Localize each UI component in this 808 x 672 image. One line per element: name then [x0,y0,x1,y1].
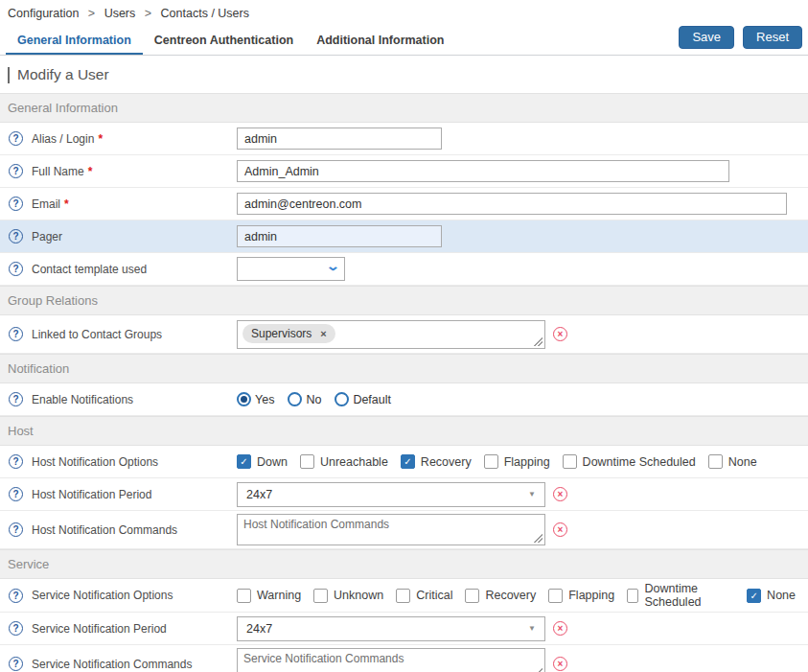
reset-button[interactable]: Reset [743,26,802,49]
help-icon[interactable]: ? [9,454,23,469]
checkbox-warning[interactable]: Warning [237,589,301,603]
radio-label: No [306,393,321,406]
checkbox-unchecked-box[interactable] [313,589,328,603]
service-period-select[interactable]: 24x7 ▼ [237,616,545,641]
row-full-name: ? Full Name * [0,155,808,188]
host-commands-textarea[interactable]: Host Notification Commands [237,514,545,545]
contact-groups-tag-input[interactable]: Supervisors× [237,320,545,349]
checkbox-flapping[interactable]: Flapping [548,589,614,603]
checkbox-unchecked-box[interactable] [708,454,723,469]
breadcrumb-item-users[interactable]: Users [104,7,136,20]
help-icon[interactable]: ? [9,621,23,636]
checkbox-unchecked-box[interactable] [237,589,251,603]
email-label: Email [32,197,60,211]
checkbox-label: Critical [416,589,452,602]
clear-host-commands-icon[interactable]: × [553,522,567,537]
breadcrumb: Configuration > Users > Contacts / Users [0,0,808,26]
resize-handle[interactable] [534,337,543,346]
alias-login-input[interactable] [237,127,442,150]
email-input[interactable] [237,193,787,215]
row-host-notification-period: ? Host Notification Period 24x7 ▼ × [0,478,808,511]
page-title-text: Modify a User [17,66,109,83]
radio-unselected-icon[interactable] [288,392,302,406]
help-icon[interactable]: ? [9,392,23,406]
radio-default[interactable]: Default [335,392,391,406]
breadcrumb-separator: > [88,7,95,20]
checkbox-checked-icon[interactable]: ✓ [237,454,251,469]
checkbox-unchecked-box[interactable] [484,454,498,469]
breadcrumb-item-contacts-users[interactable]: Contacts / Users [161,7,249,20]
checkbox-unchecked-box[interactable] [465,589,479,603]
tab-additional-information[interactable]: Additional Information [305,27,455,55]
section-service: Service [0,549,808,579]
tab-bar: General Information Centreon Authenticat… [0,26,808,56]
contact-template-label: Contact template used [32,263,147,276]
host-period-select[interactable]: 24x7 ▼ [237,482,545,507]
checkbox-unchecked-box[interactable] [300,454,314,469]
checkbox-label: Down [257,455,288,469]
checkbox-label: None [767,589,796,602]
radio-unselected-icon[interactable] [335,392,349,406]
checkbox-none[interactable]: None [708,454,757,469]
checkbox-recovery[interactable]: Recovery [465,589,536,603]
checkbox-critical[interactable]: Critical [396,589,452,603]
clear-service-period-icon[interactable]: × [553,621,567,636]
help-icon[interactable]: ? [9,229,23,243]
checkbox-none[interactable]: ✓None [747,589,796,603]
pager-input[interactable] [237,225,442,247]
checkbox-downtime-scheduled[interactable]: Downtime Scheduled [563,454,696,469]
row-alias-login: ? Alias / Login * [0,123,808,155]
help-icon[interactable]: ? [9,164,23,178]
help-icon[interactable]: ? [9,487,23,501]
row-linked-contact-groups: ? Linked to Contact Groups Supervisors× … [0,315,808,354]
checkbox-checked-icon[interactable]: ✓ [747,589,761,603]
section-general-information: General Information [0,93,808,123]
checkbox-unreachable[interactable]: Unreachable [300,454,388,469]
tab-general-information[interactable]: General Information [6,27,143,55]
checkbox-unknown[interactable]: Unknown [313,589,383,603]
help-icon[interactable]: ? [9,589,23,603]
checkbox-unchecked-box[interactable] [548,589,563,603]
radio-label: Yes [255,393,274,406]
help-icon[interactable]: ? [9,657,23,671]
checkbox-checked-icon[interactable]: ✓ [401,454,415,469]
checkbox-flapping[interactable]: Flapping [484,454,550,469]
checkbox-unchecked-box[interactable] [627,589,638,603]
clear-host-period-icon[interactable]: × [553,487,567,501]
radio-selected-icon[interactable] [237,392,251,406]
checkbox-unchecked-box[interactable] [563,454,577,469]
service-commands-textarea[interactable]: Service Notification Commands [237,648,545,672]
pager-label: Pager [32,230,62,243]
checkbox-down[interactable]: ✓Down [237,454,288,469]
enable-notifications-label: Enable Notifications [32,393,133,406]
breadcrumb-separator: > [145,7,151,20]
tab-centreon-authentication[interactable]: Centreon Authentication [143,27,305,55]
save-button[interactable]: Save [679,26,734,49]
chevron-down-icon: ⌄ [326,262,340,271]
radio-label: Default [353,393,391,406]
help-icon[interactable]: ? [9,131,23,146]
checkbox-recovery[interactable]: ✓Recovery [401,454,472,469]
checkbox-label: Unknown [334,589,383,602]
page-title: Modify a User [8,66,808,83]
checkbox-downtime-scheduled[interactable]: Downtime Scheduled [627,582,734,609]
help-icon[interactable]: ? [9,262,23,276]
remove-tag-icon[interactable]: × [320,328,326,339]
breadcrumb-item-configuration[interactable]: Configuration [8,7,79,20]
resize-handle[interactable] [534,534,543,543]
host-options-checkbox-group: ✓DownUnreachable✓RecoveryFlappingDowntim… [237,454,808,469]
resize-handle[interactable] [534,668,543,672]
checkbox-unchecked-box[interactable] [396,589,410,603]
radio-yes[interactable]: Yes [237,392,274,406]
checkbox-label: Recovery [485,589,536,602]
full-name-input[interactable] [237,160,729,182]
help-icon[interactable]: ? [9,327,23,341]
contact-template-select[interactable]: ⌄ [237,257,345,281]
clear-contact-groups-icon[interactable]: × [553,327,567,341]
help-icon[interactable]: ? [9,197,23,211]
radio-no[interactable]: No [288,392,321,406]
title-bar-decoration [8,67,10,83]
clear-service-commands-icon[interactable]: × [553,657,567,671]
help-icon[interactable]: ? [9,522,23,537]
host-commands-value: Host Notification Commands [243,518,389,531]
